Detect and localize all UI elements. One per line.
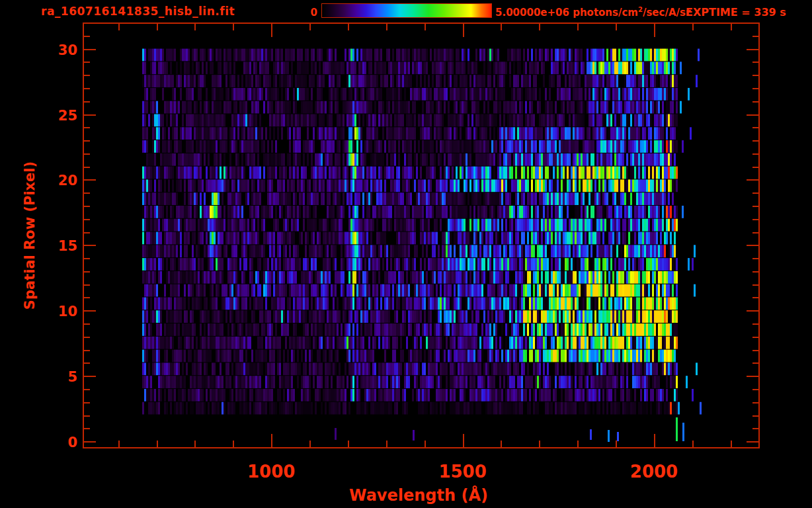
colorbar-max-label: 5.00000e+06 photons/cm2/sec/A/sr (495, 6, 690, 19)
filename-title: ra_160716141835_hisb_lin.fit (41, 5, 235, 18)
colorbar-min-label: 0 (305, 7, 317, 19)
plot-frame (83, 22, 760, 448)
colorbar (321, 3, 492, 18)
colorbar-max-value: 5.00000e+06 photons/cm (495, 7, 638, 19)
exptime-label: EXPTIME = 339 s (686, 6, 786, 19)
y-tick-label: 30 (0, 42, 77, 58)
x-tick-label: 2000 (630, 462, 678, 482)
y-tick-label: 10 (0, 304, 77, 319)
y-tick-label: 15 (0, 238, 77, 254)
y-tick-label: 5 (0, 369, 77, 385)
colorbar-units-superscript: 2 (638, 6, 643, 13)
y-tick-label: 0 (0, 435, 77, 450)
y-tick-label: 25 (0, 108, 77, 124)
x-tick-label: 1000 (247, 462, 295, 482)
x-tick-label: 1500 (438, 462, 486, 482)
spectral-image-viewer: ra_160716141835_hisb_lin.fit 0 5.00000e+… (0, 0, 812, 508)
y-tick-label: 20 (0, 173, 77, 189)
colorbar-units-suffix: /sec/A/sr (643, 7, 690, 19)
spectrogram-canvas (84, 24, 758, 447)
x-axis-title: Wavelength (Å) (349, 486, 488, 505)
